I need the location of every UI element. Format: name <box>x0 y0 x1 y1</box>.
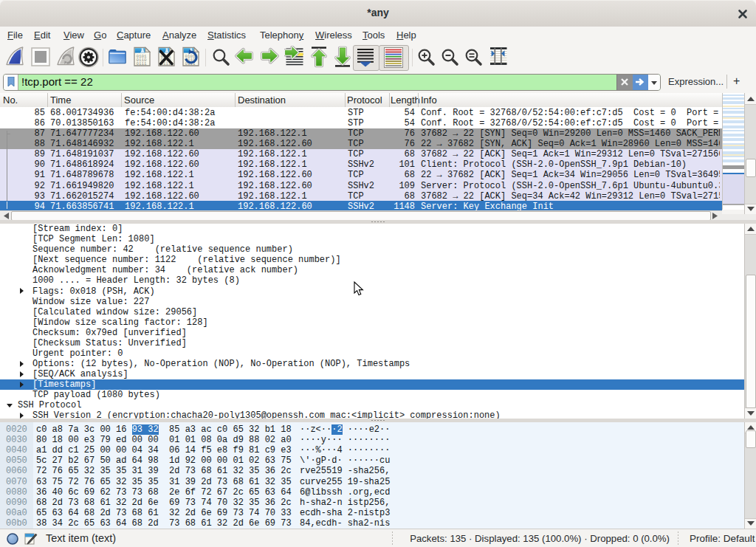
svg-text:0111: 0111 <box>137 61 147 66</box>
